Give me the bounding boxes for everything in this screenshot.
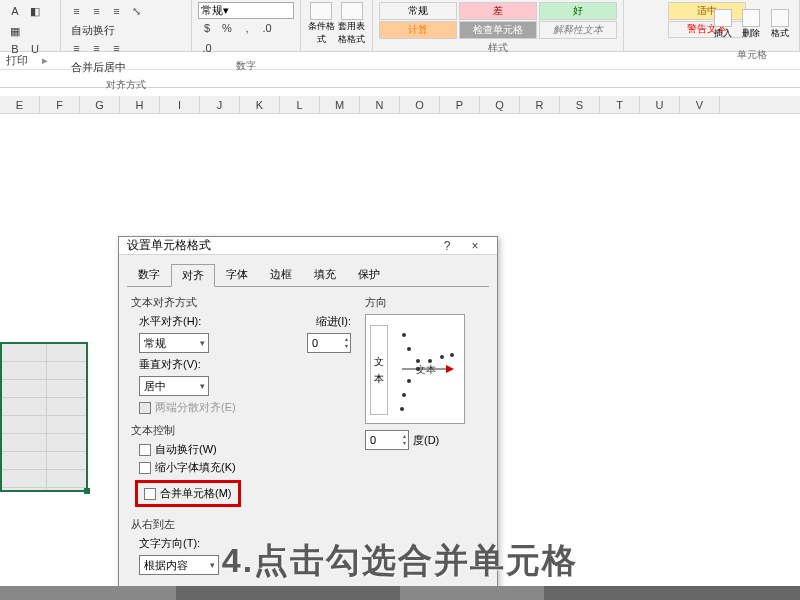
merge-highlight: 合并单元格(M) [135, 480, 241, 507]
svg-point-5 [440, 355, 444, 359]
number-group-label: 数字 [198, 57, 294, 73]
shrink-label: 缩小字体填充(K) [155, 460, 236, 475]
tab-font[interactable]: 字体 [215, 263, 259, 286]
conditional-format-button[interactable]: 条件格式 [307, 2, 336, 46]
v-align-select[interactable]: 居中 [139, 376, 209, 396]
column-header-I[interactable]: I [160, 96, 200, 113]
align-bot-icon[interactable]: ≡ [107, 2, 125, 20]
text-dir-label: 文字方向(T): [139, 536, 207, 551]
v-align-label: 垂直对齐(V): [139, 357, 207, 372]
orientation-dial[interactable]: 文本 [394, 321, 460, 417]
column-header-G[interactable]: G [80, 96, 120, 113]
tab-protection[interactable]: 保护 [347, 263, 391, 286]
rtl-group-label: 从右到左 [131, 517, 351, 532]
tab-fill[interactable]: 填充 [303, 263, 347, 286]
column-header-Q[interactable]: Q [480, 96, 520, 113]
column-header-R[interactable]: R [520, 96, 560, 113]
svg-point-8 [407, 347, 411, 351]
column-header-H[interactable]: H [120, 96, 160, 113]
column-header-M[interactable]: M [320, 96, 360, 113]
style-good[interactable]: 好 [539, 2, 617, 20]
style-check[interactable]: 检查单元格 [459, 21, 537, 39]
column-header-T[interactable]: T [600, 96, 640, 113]
underline-icon[interactable]: U [26, 40, 44, 58]
cells-group-label: 单元格 [710, 46, 793, 62]
worksheet-area[interactable]: 设置单元格格式 ? × 数字 对齐 字体 边框 填充 保护 文本对齐方式 水平对… [0, 114, 800, 574]
orientation-icon[interactable]: ⤡ [127, 2, 145, 20]
column-header-J[interactable]: J [200, 96, 240, 113]
column-header-N[interactable]: N [360, 96, 400, 113]
merge-label: 合并单元格(M) [160, 486, 232, 501]
h-align-select[interactable]: 常规 [139, 333, 209, 353]
dialog-titlebar[interactable]: 设置单元格格式 ? × [119, 237, 497, 255]
cell-styles-gallery[interactable]: 常规 差 好 计算 检查单元格 解释性文本 [379, 2, 617, 39]
comma-icon[interactable]: , [238, 19, 256, 37]
tab-number[interactable]: 数字 [127, 263, 171, 286]
svg-point-2 [407, 379, 411, 383]
percent-icon[interactable]: % [218, 19, 236, 37]
insert-button[interactable]: 插入 [710, 2, 736, 46]
style-calc[interactable]: 计算 [379, 21, 457, 39]
column-header-U[interactable]: U [640, 96, 680, 113]
column-header-P[interactable]: P [440, 96, 480, 113]
text-align-group-label: 文本对齐方式 [131, 295, 351, 310]
svg-marker-11 [446, 365, 454, 373]
wrap-checkbox[interactable] [139, 444, 151, 456]
orientation-label: 方向 [365, 295, 485, 310]
merge-checkbox[interactable] [144, 488, 156, 500]
delete-button[interactable]: 删除 [738, 2, 764, 46]
bold-icon[interactable]: B [6, 40, 24, 58]
dec-decimal-icon[interactable]: .0 [198, 39, 216, 57]
align-left-icon[interactable]: ≡ [67, 39, 85, 57]
merge-center-button[interactable]: 合并后居中 [67, 59, 130, 76]
column-header-O[interactable]: O [400, 96, 440, 113]
column-header-F[interactable]: F [40, 96, 80, 113]
table-format-button[interactable]: 套用表格格式 [338, 2, 367, 46]
style-bad[interactable]: 差 [459, 2, 537, 20]
style-explain[interactable]: 解释性文本 [539, 21, 617, 39]
column-header-V[interactable]: V [680, 96, 720, 113]
help-button[interactable]: ? [433, 239, 461, 253]
svg-point-4 [428, 359, 432, 363]
wrap-label: 自动换行(W) [155, 442, 217, 457]
svg-point-6 [450, 353, 454, 357]
dialog-title: 设置单元格格式 [127, 237, 211, 254]
svg-point-0 [400, 407, 404, 411]
svg-text:文本: 文本 [416, 364, 436, 375]
align-right-icon[interactable]: ≡ [107, 39, 125, 57]
close-button[interactable]: × [461, 239, 489, 253]
shrink-checkbox[interactable] [139, 462, 151, 474]
justify-distributed-checkbox [139, 402, 151, 414]
vertical-text-button[interactable]: 文本 [370, 325, 388, 415]
fill-color-icon[interactable]: ◧ [26, 2, 44, 20]
cell-selection[interactable] [0, 342, 88, 492]
format-button[interactable]: 格式 [767, 2, 793, 46]
wrap-text-button[interactable]: 自动换行 [67, 22, 119, 39]
align-top-icon[interactable]: ≡ [67, 2, 85, 20]
align-mid-icon[interactable]: ≡ [87, 2, 105, 20]
currency-icon[interactable]: $ [198, 19, 216, 37]
border-icon[interactable]: ▦ [6, 22, 24, 40]
style-normal[interactable]: 常规 [379, 2, 457, 20]
column-header-K[interactable]: K [240, 96, 280, 113]
svg-point-1 [402, 393, 406, 397]
degree-label: 度(D) [413, 433, 439, 448]
align-center-icon[interactable]: ≡ [87, 39, 105, 57]
orientation-control[interactable]: 文本 文本 [365, 314, 465, 424]
font-color-icon[interactable]: A [6, 2, 24, 20]
justify-distributed-label: 两端分散对齐(E) [155, 400, 236, 415]
tab-alignment[interactable]: 对齐 [171, 264, 215, 287]
ribbon: A ◧ ▦ B U ≡ ≡ ≡ ⤡ 自动换行 ≡ ≡ ≡ 合并后居中 对齐方式 … [0, 0, 800, 52]
text-dir-select[interactable]: 根据内容 [139, 555, 219, 575]
column-header-S[interactable]: S [560, 96, 600, 113]
degree-spinner[interactable]: 0 [365, 430, 409, 450]
column-header-E[interactable]: E [0, 96, 40, 113]
tab-border[interactable]: 边框 [259, 263, 303, 286]
inc-decimal-icon[interactable]: .0 [258, 19, 276, 37]
indent-spinner[interactable]: 0 [307, 333, 351, 353]
text-control-group-label: 文本控制 [131, 423, 351, 438]
column-headers: EFGHIJKLMNOPQRSTUV [0, 96, 800, 114]
number-format-dropdown[interactable]: 常规 ▾ [198, 2, 294, 19]
fill-handle[interactable] [84, 488, 90, 494]
column-header-L[interactable]: L [280, 96, 320, 113]
